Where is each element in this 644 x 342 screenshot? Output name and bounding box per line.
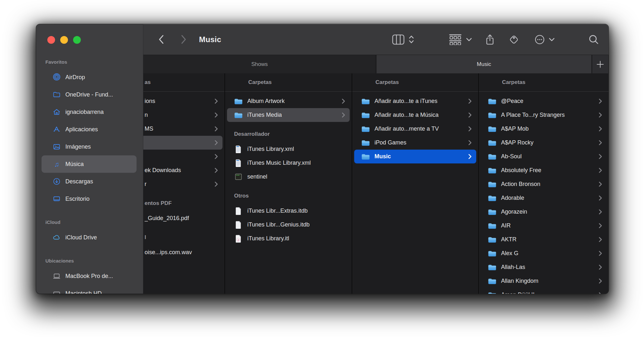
doc-music-icon: ♪ (234, 235, 243, 243)
sidebar-item-icloud-drive[interactable]: iCloud Drive (42, 229, 137, 246)
sidebar-item-airdrop[interactable]: AirDrop (42, 69, 137, 86)
file-row-guide-2016-pdf[interactable]: _Guide_2016.pdf (143, 211, 223, 225)
view-columns-icon[interactable] (392, 24, 404, 55)
row-label: sentinel (247, 173, 267, 180)
column-header: Carpetas (479, 73, 609, 92)
file-row-sentinel[interactable]: sentinel (227, 170, 350, 184)
sidebar-item-macintosh-hd[interactable]: Macintosh HD (42, 285, 137, 294)
folder-icon (488, 111, 497, 119)
zoom-button[interactable] (73, 36, 81, 44)
folder-row-a-adir-auto-te-a-itunes[interactable]: Añadir auto...te a iTunes (354, 94, 476, 108)
folder-row-a-adir-auto-te-a-m-sica[interactable]: Añadir auto...te a Música (354, 108, 476, 122)
sidebar-item-im-genes[interactable]: Imágenes (42, 138, 137, 155)
download-circle-icon (52, 177, 61, 186)
minimize-button[interactable] (60, 36, 68, 44)
sidebar-item-macbook-pro-de[interactable]: MacBook Pro de... (42, 267, 137, 285)
search-icon[interactable] (588, 24, 600, 55)
sidebar-item-label: MacBook Pro de... (65, 273, 113, 280)
more-chevron-down-icon[interactable] (548, 24, 555, 55)
chevron-right-icon (596, 237, 602, 242)
folder-row-a-adir-auto-mente-a-tv[interactable]: Añadir auto...mente a TV (354, 122, 476, 136)
file-row-ions[interactable]: ions (143, 94, 223, 108)
file-row-itunes-libr-extras-itdb[interactable]: iTunes Libr...Extras.itdb (227, 204, 350, 218)
music-note-icon: ♫ (52, 160, 61, 168)
tab-music[interactable]: Music (376, 55, 592, 73)
folder-row-a-ap-mob[interactable]: A$AP Mob (481, 122, 607, 136)
sidebar-item-aplicaciones[interactable]: Aplicaciones (42, 121, 137, 138)
row-label: AKTR (501, 236, 516, 243)
file-row-itunes-library-xml[interactable]: iTunes Library.xml (227, 142, 350, 156)
tag-icon[interactable] (508, 24, 520, 55)
screenshot-stage: FavoritosAirDropOneDrive - Fund...ignaci… (0, 0, 644, 342)
column-section-header: entos PDF (143, 199, 223, 208)
folder-row-peace[interactable]: @Peace (481, 94, 607, 108)
row-label: iTunes Library.itl (247, 235, 289, 242)
sidebar-item-ignaciobarrena[interactable]: ignaciobarrena (42, 103, 137, 121)
file-row-item[interactable] (143, 136, 223, 150)
view-picker-chevrons-icon[interactable] (408, 24, 414, 55)
sidebar-item-escritorio[interactable]: Escritorio (42, 190, 137, 208)
sidebar-section-ubicaciones: UbicacionesMacBook Pro de...Macintosh HD (36, 256, 143, 294)
share-icon[interactable] (484, 24, 496, 55)
folder-row-amon-d-l-ii[interactable]: Amon Düül II (481, 288, 607, 294)
file-row-ek-downloads[interactable]: ek Downloads (143, 163, 223, 177)
group-chevron-down-icon[interactable] (466, 24, 472, 55)
folder-row-air[interactable]: AIR (481, 219, 607, 233)
file-row-itunes-music-library-xml[interactable]: iTunes Music Library.xml (227, 156, 350, 170)
file-row-ms[interactable]: MS (143, 122, 223, 136)
tab-shows[interactable]: Shows (143, 55, 376, 73)
sidebar-item-descargas[interactable]: Descargas (42, 173, 137, 190)
toolbar: Music (143, 24, 609, 55)
folder-row-a-place-to-ry-strangers[interactable]: A Place To...ry Strangers (481, 108, 607, 122)
airdrop-icon (52, 73, 61, 81)
laptop-icon (52, 272, 61, 280)
column-section-label: Desarrollador (234, 131, 270, 137)
folder-icon (488, 139, 497, 147)
back-button[interactable] (156, 24, 166, 55)
file-row-r[interactable]: r (143, 177, 223, 191)
chevron-right-icon (596, 154, 602, 159)
sidebar-item-label: ignaciobarrena (65, 109, 104, 116)
chevron-right-icon (466, 140, 472, 145)
folder-row-agorazein[interactable]: Agorazein (481, 205, 607, 219)
sidebar-item-label: OneDrive - Fund... (65, 91, 113, 98)
folder-row-aktr[interactable]: AKTR (481, 233, 607, 246)
file-row-n[interactable]: n (143, 108, 223, 122)
row-label: @Peace (501, 98, 523, 105)
file-row-oise-ips-com-wav[interactable]: oise...ips.com.wav (143, 245, 223, 259)
more-options-icon[interactable] (533, 24, 546, 55)
chevron-right-icon (596, 292, 602, 294)
folder-icon (488, 166, 497, 174)
folder-row-itunes-media[interactable]: iTunes Media (227, 108, 350, 122)
sidebar-item-onedrive-fund[interactable]: OneDrive - Fund... (42, 86, 137, 103)
chevron-right-icon (596, 168, 602, 173)
folder-row-adorable[interactable]: Adorable (481, 191, 607, 205)
folder-row-alex-g[interactable]: Alex G (481, 246, 607, 260)
sidebar-item-m-sica[interactable]: ♫Música (42, 155, 137, 173)
sidebar-item-label: Macintosh HD (65, 290, 102, 294)
file-row-item[interactable] (143, 150, 223, 163)
forward-button[interactable] (179, 24, 188, 55)
folder-icon (234, 97, 243, 105)
chevron-right-icon (596, 181, 602, 187)
row-label: Absolutely Free (501, 167, 541, 174)
folder-row-a-ap-rocky[interactable]: A$AP Rocky (481, 136, 607, 150)
folder-row-ab-soul[interactable]: Ab-Soul (481, 150, 607, 163)
new-tab-button[interactable] (592, 55, 608, 73)
folder-row-ipod-games[interactable]: iPod Games (354, 136, 476, 150)
group-icon[interactable] (449, 24, 462, 55)
row-label: MS (145, 125, 153, 132)
file-row-itunes-library-itl[interactable]: ♪iTunes Library.itl (227, 232, 350, 245)
file-row-itunes-libr-genius-itdb[interactable]: iTunes Libr...Genius.itdb (227, 218, 350, 232)
chevron-right-icon (596, 140, 602, 145)
column-header-label: Carpetas (502, 79, 526, 86)
folder-icon (488, 222, 497, 230)
folder-row-allan-kingdom[interactable]: Allan Kingdom (481, 274, 607, 288)
folder-row-album-artwork[interactable]: Album Artwork (227, 94, 350, 108)
folder-row-music[interactable]: Music (354, 150, 476, 163)
folder-row-action-bronson[interactable]: Action Bronson (481, 177, 607, 191)
folder-row-allah-las[interactable]: Allah-Las (481, 260, 607, 274)
chevron-right-icon (339, 112, 345, 118)
close-button[interactable] (47, 36, 55, 44)
folder-row-absolutely-free[interactable]: Absolutely Free (481, 163, 607, 177)
